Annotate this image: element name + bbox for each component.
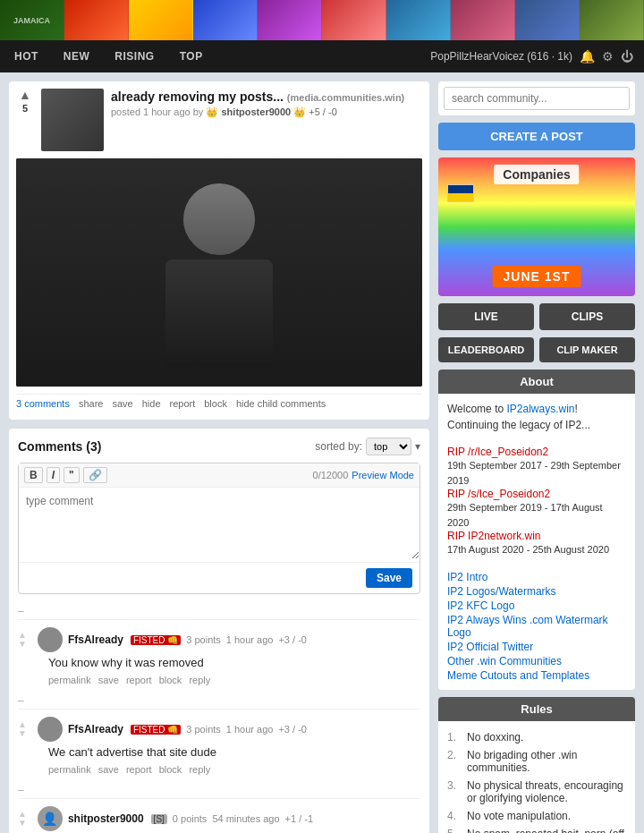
rip-date-3: 17th August 2020 - 25th August 2020 bbox=[447, 542, 626, 557]
live-button[interactable]: LIVE bbox=[438, 303, 534, 330]
quote-button[interactable]: " bbox=[64, 467, 80, 483]
post-domain: (media.communities.win) bbox=[287, 92, 404, 103]
report-button[interactable]: report bbox=[170, 398, 196, 409]
post-info: posted 1 hour ago by 👑 shitposter9000 👑 … bbox=[111, 106, 422, 118]
c2-avatar bbox=[38, 717, 63, 742]
c2-vote-dn[interactable]: ▼ bbox=[18, 729, 27, 738]
clip-maker-button[interactable]: CLIP MAKER bbox=[539, 337, 635, 362]
rule-5: 5.No spam, repeated bait, porn (off topi… bbox=[447, 825, 626, 834]
search-input[interactable] bbox=[444, 87, 630, 110]
logout-icon[interactable]: ⏻ bbox=[621, 49, 633, 64]
post-card: ▲ 5 already removing my posts... (media.… bbox=[9, 81, 429, 420]
link-communities[interactable]: Other .win Communities bbox=[447, 654, 626, 668]
rules-card: Rules 1.No doxxing. 2.No brigading other… bbox=[438, 697, 635, 834]
clips-button[interactable]: CLIPS bbox=[539, 303, 635, 330]
leaderboard-button[interactable]: LEADERBOARD bbox=[438, 337, 534, 362]
bell-icon[interactable]: 🔔 bbox=[580, 49, 595, 64]
c2-username[interactable]: FfsAlready bbox=[68, 723, 123, 735]
c2-actions: permalink save report block reply bbox=[18, 764, 420, 775]
about-header: About bbox=[438, 370, 635, 394]
c3-username[interactable]: shitposter9000 bbox=[68, 812, 144, 825]
post-image bbox=[16, 158, 422, 387]
c1-flair: FISTED 👊 bbox=[131, 635, 181, 645]
comment-divider-3: – bbox=[18, 782, 420, 798]
link-logos[interactable]: IP2 Logos/Watermarks bbox=[447, 584, 626, 599]
nav-top[interactable]: TOP bbox=[176, 45, 207, 68]
c3-avatar: 👤 bbox=[38, 806, 63, 831]
c3-flair: [S] bbox=[151, 814, 167, 824]
upvote-button[interactable]: ▲ bbox=[19, 89, 31, 101]
post-actions: 3 comments share save hide report block … bbox=[16, 394, 422, 412]
navbar: HOT NEW RISING TOP PopPillzHearVoicez (6… bbox=[0, 40, 644, 72]
c1-time: 1 hour ago bbox=[226, 634, 274, 645]
c2-flair: FISTED 👊 bbox=[131, 725, 181, 735]
c2-save[interactable]: save bbox=[98, 764, 119, 775]
c2-reply[interactable]: reply bbox=[189, 764, 210, 775]
c2-points: 3 points bbox=[186, 724, 221, 735]
bold-button[interactable]: B bbox=[24, 467, 43, 483]
link-ip2intro[interactable]: IP2 Intro bbox=[447, 570, 626, 584]
c1-reply[interactable]: reply bbox=[189, 675, 210, 685]
c1-permalink[interactable]: permalink bbox=[48, 675, 91, 685]
rule-1: 1.No doxxing. bbox=[447, 728, 626, 746]
c2-permalink[interactable]: permalink bbox=[48, 764, 91, 775]
block-button[interactable]: block bbox=[204, 398, 227, 409]
comments-link[interactable]: 3 comments bbox=[16, 398, 70, 409]
nav-username: PopPillzHearVoicez (616 · 1k) bbox=[430, 50, 572, 63]
sort-chevron: ▾ bbox=[415, 440, 420, 453]
rip-item-3: RIP IP2network.win bbox=[447, 530, 626, 542]
post-author[interactable]: shitposter9000 bbox=[221, 106, 291, 117]
hide-button[interactable]: hide bbox=[142, 398, 161, 409]
c2-block[interactable]: block bbox=[159, 764, 182, 775]
c1-save[interactable]: save bbox=[98, 675, 119, 685]
create-post-button[interactable]: CREATE A POST bbox=[438, 123, 635, 150]
c3-vote-dn[interactable]: ▼ bbox=[18, 819, 27, 828]
link-button[interactable]: 🔗 bbox=[83, 467, 107, 483]
c3-time: 54 minutes ago bbox=[212, 813, 279, 824]
about-sub: Continuing the legacy of IP2... bbox=[447, 417, 626, 433]
rule-4: 4.No vote manipulation. bbox=[447, 807, 626, 825]
june-badge: JUNE 1ST bbox=[493, 266, 581, 287]
action-buttons-row1: LIVE CLIPS bbox=[438, 303, 635, 330]
save-comment-button[interactable]: Save bbox=[366, 568, 412, 588]
c1-points: 3 points bbox=[186, 634, 221, 645]
link-twitter[interactable]: IP2 Official Twitter bbox=[447, 640, 626, 654]
preview-button[interactable]: Preview Mode bbox=[352, 470, 414, 480]
comment-item-3: ▲ ▼ 👤 shitposter9000 [S] 0 points 54 min… bbox=[18, 798, 420, 833]
about-card: About Welcome to IP2always.win! Continui… bbox=[438, 370, 635, 690]
nav-new[interactable]: NEW bbox=[60, 45, 94, 68]
comment-textarea[interactable] bbox=[19, 488, 419, 559]
vote-count: 5 bbox=[22, 103, 28, 114]
post-karma: +5 / -0 bbox=[309, 106, 337, 117]
save-button[interactable]: save bbox=[112, 398, 132, 409]
c1-username[interactable]: FfsAlready bbox=[68, 633, 123, 646]
c1-actions: permalink save report block reply bbox=[18, 675, 420, 685]
comments-section: Comments (3) sorted by: top new best ▾ B… bbox=[9, 429, 429, 833]
c2-report[interactable]: report bbox=[126, 764, 152, 775]
link-kfc[interactable]: IP2 KFC Logo bbox=[447, 599, 626, 613]
link-memes[interactable]: Meme Cutouts and Templates bbox=[447, 668, 626, 683]
sort-label: sorted by: bbox=[315, 440, 362, 453]
nav-hot[interactable]: HOT bbox=[11, 45, 42, 68]
c3-points: 0 points bbox=[173, 813, 208, 824]
link-watermark[interactable]: IP2 Always Wins .com Watermark Logo bbox=[447, 613, 626, 640]
about-link[interactable]: IP2always.win bbox=[506, 403, 574, 415]
settings-icon[interactable]: ⚙ bbox=[602, 49, 614, 64]
c1-report[interactable]: report bbox=[126, 675, 152, 685]
comments-title: Comments (3) bbox=[18, 439, 101, 454]
hide-child-button[interactable]: hide child comments bbox=[236, 398, 326, 409]
comment-item-1: ▲ ▼ FfsAlready FISTED 👊 3 points 1 hour … bbox=[18, 619, 420, 693]
c2-text: We can't advertise that site dude bbox=[18, 745, 420, 759]
post-title[interactable]: already removing my posts... (media.comm… bbox=[111, 89, 422, 105]
c1-block[interactable]: block bbox=[159, 675, 182, 685]
search-box bbox=[438, 81, 635, 115]
nav-rising[interactable]: RISING bbox=[111, 45, 157, 68]
c1-vote-dn[interactable]: ▼ bbox=[18, 640, 27, 649]
comment-item-2: ▲ ▼ FfsAlready FISTED 👊 3 points 1 hour … bbox=[18, 709, 420, 782]
action-buttons-row2: LEADERBOARD CLIP MAKER bbox=[438, 337, 635, 362]
c2-time: 1 hour ago bbox=[226, 724, 274, 735]
italic-button[interactable]: I bbox=[47, 467, 60, 483]
char-count: 0/12000 bbox=[313, 470, 349, 480]
share-button[interactable]: share bbox=[79, 398, 104, 409]
sort-select[interactable]: top new best bbox=[366, 438, 411, 455]
